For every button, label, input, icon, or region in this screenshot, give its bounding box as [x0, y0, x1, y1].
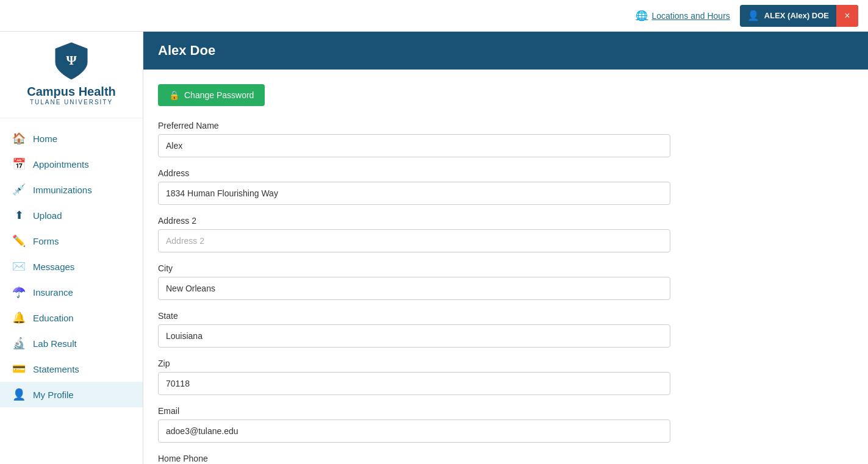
logo-campus-health: Campus Health: [27, 84, 116, 99]
state-input[interactable]: [158, 324, 670, 348]
sidebar-item-statements[interactable]: 💳 Statements: [0, 356, 143, 382]
logo-tulane: TULANE UNIVERSITY: [30, 99, 113, 105]
user-label: ALEX (Alex) DOE: [764, 11, 829, 20]
sidebar-item-insurance[interactable]: ☂️ Insurance: [0, 279, 143, 305]
sidebar-label-insurance: Insurance: [33, 287, 73, 298]
svg-text:Ψ: Ψ: [66, 52, 77, 68]
page-header: Alex Doe: [143, 32, 868, 70]
sidebar-item-appointments[interactable]: 📅 Appointments: [0, 151, 143, 177]
zip-label: Zip: [158, 359, 853, 368]
home-phone-group: Home Phone: [158, 454, 853, 464]
home-phone-label: Home Phone: [158, 454, 853, 463]
page-title: Alex Doe: [158, 43, 215, 58]
sidebar-item-education[interactable]: 🔔 Education: [0, 305, 143, 330]
sidebar-label-appointments: Appointments: [33, 159, 89, 170]
sidebar-label-forms: Forms: [33, 236, 59, 246]
close-button[interactable]: ×: [836, 5, 858, 27]
state-label: State: [158, 311, 853, 321]
zip-input[interactable]: [158, 372, 670, 395]
appointments-icon: 📅: [12, 157, 26, 171]
sidebar-item-upload[interactable]: ⬆ Upload: [0, 202, 143, 228]
content-area: Alex Doe 🔒 Change Password Preferred Nam…: [143, 32, 868, 464]
city-label: City: [158, 263, 853, 273]
globe-icon: 🌐: [636, 10, 648, 21]
sidebar: Ψ Campus Health TULANE UNIVERSITY 🏠 Home…: [0, 32, 143, 464]
logo-area: Ψ Campus Health TULANE UNIVERSITY: [0, 41, 143, 118]
sidebar-item-my-profile[interactable]: 👤 My Profile: [0, 382, 143, 407]
sidebar-label-education: Education: [33, 313, 74, 323]
lab-result-icon: 🔬: [12, 337, 26, 350]
email-group: Email: [158, 406, 853, 443]
user-icon: 👤: [747, 10, 759, 21]
address-input[interactable]: [158, 182, 670, 205]
forms-icon: ✏️: [12, 234, 26, 248]
sidebar-item-home[interactable]: 🏠 Home: [0, 126, 143, 151]
my-profile-icon: 👤: [12, 388, 26, 401]
locations-link[interactable]: 🌐 Locations and Hours: [636, 10, 730, 21]
state-group: State: [158, 311, 853, 348]
sidebar-label-statements: Statements: [33, 364, 79, 374]
address-group: Address: [158, 168, 853, 205]
city-input[interactable]: [158, 277, 670, 300]
messages-icon: ✉️: [12, 260, 26, 273]
logo-shield: Ψ: [54, 41, 88, 80]
sidebar-label-home: Home: [33, 134, 57, 144]
lock-icon: 🔒: [169, 90, 179, 100]
sidebar-item-immunizations[interactable]: 💉 Immunizations: [0, 177, 143, 202]
preferred-name-label: Preferred Name: [158, 121, 853, 130]
email-input[interactable]: [158, 419, 670, 443]
insurance-icon: ☂️: [12, 285, 26, 299]
email-label: Email: [158, 406, 853, 416]
city-group: City: [158, 263, 853, 300]
main-layout: Ψ Campus Health TULANE UNIVERSITY 🏠 Home…: [0, 32, 868, 464]
address2-input[interactable]: [158, 229, 670, 252]
sidebar-label-immunizations: Immunizations: [33, 185, 92, 195]
address2-group: Address 2: [158, 216, 853, 252]
sidebar-label-upload: Upload: [33, 210, 62, 221]
sidebar-item-forms[interactable]: ✏️ Forms: [0, 228, 143, 254]
sidebar-label-lab-result: Lab Result: [33, 338, 77, 349]
home-icon: 🏠: [12, 132, 26, 145]
address-label: Address: [158, 168, 853, 178]
page-body: 🔒 Change Password Preferred Name Address…: [143, 70, 868, 464]
immunizations-icon: 💉: [12, 183, 26, 196]
preferred-name-group: Preferred Name: [158, 121, 853, 157]
sidebar-label-my-profile: My Profile: [33, 390, 74, 400]
sidebar-item-lab-result[interactable]: 🔬 Lab Result: [0, 330, 143, 356]
top-bar: 🌐 Locations and Hours 👤 ALEX (Alex) DOE …: [0, 0, 868, 32]
statements-icon: 💳: [12, 362, 26, 376]
nav-items-container: 🏠 Home 📅 Appointments 💉 Immunizations ⬆ …: [0, 126, 143, 407]
locations-label: Locations and Hours: [651, 11, 730, 21]
change-password-button[interactable]: 🔒 Change Password: [158, 84, 265, 106]
preferred-name-input[interactable]: [158, 134, 670, 157]
address2-label: Address 2: [158, 216, 853, 226]
zip-group: Zip: [158, 359, 853, 395]
upload-icon: ⬆: [12, 209, 26, 222]
user-badge: 👤 ALEX (Alex) DOE ×: [740, 5, 858, 27]
sidebar-item-messages[interactable]: ✉️ Messages: [0, 254, 143, 279]
sidebar-label-messages: Messages: [33, 262, 74, 272]
education-icon: 🔔: [12, 311, 26, 324]
change-password-label: Change Password: [184, 90, 254, 100]
user-badge-inner: 👤 ALEX (Alex) DOE: [740, 10, 836, 21]
